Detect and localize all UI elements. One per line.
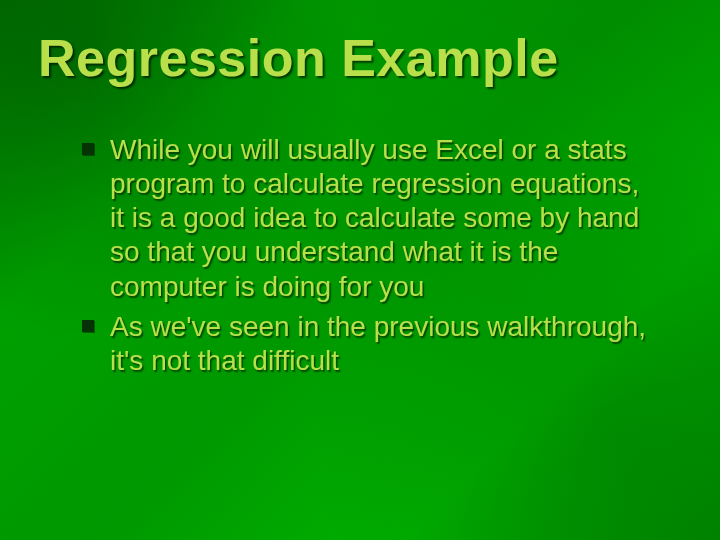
bullet-item: As we've seen in the previous walkthroug…	[110, 310, 660, 378]
slide-body: While you will usually use Excel or a st…	[0, 88, 720, 378]
bullet-item: While you will usually use Excel or a st…	[110, 133, 660, 304]
slide: Regression Example While you will usuall…	[0, 0, 720, 540]
slide-title: Regression Example	[0, 0, 720, 88]
bullet-list: While you will usually use Excel or a st…	[110, 133, 660, 378]
